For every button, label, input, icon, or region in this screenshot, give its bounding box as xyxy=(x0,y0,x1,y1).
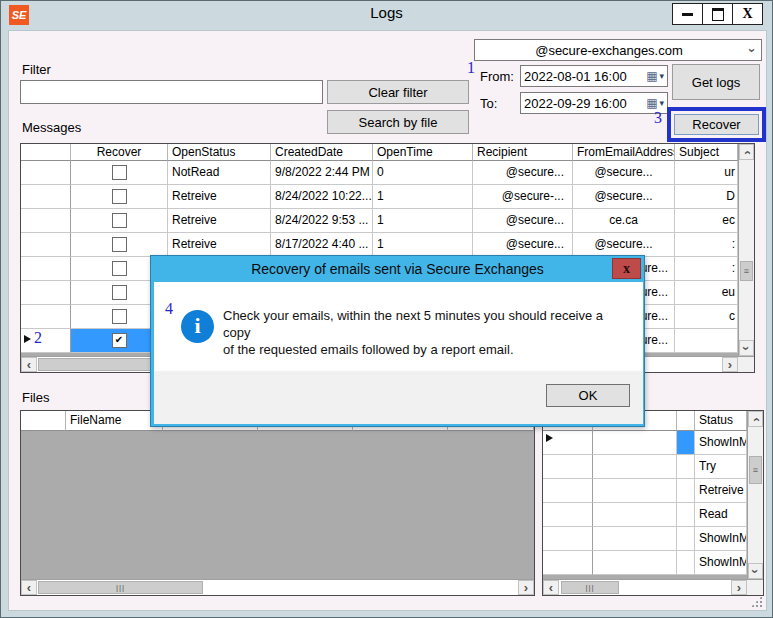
status-row-selected[interactable]: ShowInM xyxy=(543,431,763,455)
status-row[interactable]: Read xyxy=(543,503,763,527)
recover-checkbox[interactable] xyxy=(112,285,127,300)
column-header-fromemailaddress[interactable]: FromEmailAddress xyxy=(573,144,675,161)
client-area: @secure-exchanges.com › Filter Clear fil… xyxy=(8,30,767,611)
caret-down-icon[interactable]: ▾ xyxy=(659,71,664,81)
scroll-down-button[interactable]: › xyxy=(739,340,754,356)
corner-header-cell xyxy=(21,144,71,161)
recover-checkbox[interactable] xyxy=(112,165,127,180)
resize-grip-icon[interactable] xyxy=(751,596,762,607)
caret-down-icon[interactable]: ▾ xyxy=(659,98,664,108)
status-vertical-scrollbar[interactable]: › ≡ › xyxy=(747,411,763,579)
dialog-footer: OK xyxy=(154,371,643,424)
recover-checkbox[interactable] xyxy=(112,237,127,252)
column-header-opentime[interactable]: OpenTime xyxy=(373,144,473,161)
message-row[interactable]: Retreive 8/17/2022 4:40 ... 1 @secure...… xyxy=(21,233,754,257)
files-section-label: Files xyxy=(22,390,49,405)
scroll-down-button[interactable]: › xyxy=(748,563,763,579)
annotation-step-4: 4 xyxy=(165,300,173,318)
column-header-status[interactable]: Status xyxy=(695,411,747,431)
from-label: From: xyxy=(480,69,514,84)
calendar-icon[interactable]: ▦ xyxy=(646,69,657,83)
from-date-picker[interactable]: 2022-08-01 16:00 ▦ ▾ xyxy=(520,65,668,87)
column-header-empty xyxy=(677,411,695,431)
close-icon: X xyxy=(742,7,752,21)
search-by-file-button[interactable]: Search by file xyxy=(327,110,469,134)
ok-button[interactable]: OK xyxy=(546,384,630,407)
scrollbar-thumb[interactable]: ||| xyxy=(561,581,619,594)
recover-button[interactable]: Recover xyxy=(674,114,759,135)
calendar-icon[interactable]: ▦ xyxy=(646,96,657,110)
status-row[interactable]: ShowInM xyxy=(543,551,763,575)
message-row[interactable]: Retreive 8/24/2022 9:53 ... 1 @secure...… xyxy=(21,209,754,233)
scrollbar-thumb[interactable]: ≡ xyxy=(749,456,762,484)
dialog-close-button[interactable]: x xyxy=(612,258,641,279)
scrollbar-thumb[interactable]: ||| xyxy=(38,581,203,594)
scroll-right-button[interactable]: › xyxy=(518,580,534,595)
scroll-right-button[interactable]: › xyxy=(731,580,747,595)
recover-annotation-outline: Recover xyxy=(667,107,766,142)
messages-vertical-scrollbar[interactable]: › ≡ › xyxy=(738,144,754,356)
scrollbar-corner xyxy=(747,579,763,595)
filter-input[interactable] xyxy=(20,80,323,104)
maximize-button[interactable] xyxy=(702,4,732,24)
to-date-picker[interactable]: 2022-09-29 16:00 ▦ ▾ xyxy=(520,92,668,114)
domain-combobox-value: @secure-exchanges.com xyxy=(475,43,743,58)
column-header-recover[interactable]: Recover xyxy=(71,144,168,161)
message-row[interactable]: Retreive 8/24/2022 10:22... 1 @secure-..… xyxy=(21,185,754,209)
current-row-indicator xyxy=(24,335,31,343)
scroll-left-button[interactable]: ‹ xyxy=(21,357,37,372)
files-grid: FileName ‹ ||| › xyxy=(20,410,535,596)
recover-checkbox[interactable] xyxy=(112,261,127,276)
minimize-button[interactable] xyxy=(673,4,702,24)
scroll-up-button[interactable]: › xyxy=(739,144,754,160)
column-header-filename[interactable]: FileName xyxy=(66,411,163,431)
column-header-createddate[interactable]: CreatedDate xyxy=(271,144,373,161)
annotation-step-2: 2 xyxy=(34,329,42,346)
window-controls: X xyxy=(672,3,763,25)
get-logs-button[interactable]: Get logs xyxy=(672,64,760,100)
status-horizontal-scrollbar[interactable]: ‹ ||| › xyxy=(543,579,747,595)
to-label: To: xyxy=(480,96,497,111)
messages-section-label: Messages xyxy=(22,120,81,135)
dialog-body: 4 i Check your emails, within the next 5… xyxy=(154,282,643,371)
messages-grid-header: Recover OpenStatus CreatedDate OpenTime … xyxy=(21,144,754,161)
domain-combobox[interactable]: @secure-exchanges.com › xyxy=(474,39,762,61)
status-row[interactable]: Retreive xyxy=(543,479,763,503)
recover-checkbox[interactable] xyxy=(112,213,127,228)
message-row[interactable]: NotRead 9/8/2022 2:44 PM 0 @secure... @s… xyxy=(21,161,754,185)
current-row-indicator xyxy=(546,434,553,442)
scroll-left-button[interactable]: ‹ xyxy=(21,580,37,595)
recover-checkbox[interactable] xyxy=(112,189,127,204)
column-header-recipient[interactable]: Recipient xyxy=(473,144,573,161)
recover-checkbox-checked[interactable]: ✔ xyxy=(112,333,127,348)
scrollbar-corner xyxy=(738,356,754,372)
column-header-subject[interactable]: Subject xyxy=(675,144,738,161)
recovery-dialog: Recovery of emails sent via Secure Excha… xyxy=(150,255,645,427)
status-grid: Status ShowInM Try Retreive Read xyxy=(542,410,764,596)
annotation-step-1: 1 xyxy=(467,59,475,77)
status-row[interactable]: Try xyxy=(543,455,763,479)
dialog-title: Recovery of emails sent via Secure Excha… xyxy=(151,256,644,282)
close-button[interactable]: X xyxy=(732,4,762,24)
annotation-step-3: 3 xyxy=(654,109,662,127)
clear-filter-button[interactable]: Clear filter xyxy=(327,80,469,104)
scroll-left-button[interactable]: ‹ xyxy=(543,580,559,595)
status-row[interactable]: ShowInM xyxy=(543,527,763,551)
recover-checkbox[interactable] xyxy=(112,309,127,324)
minimize-icon xyxy=(682,13,693,16)
column-header-openstatus[interactable]: OpenStatus xyxy=(168,144,271,161)
scrollbar-thumb[interactable]: ≡ xyxy=(740,261,753,281)
scroll-right-button[interactable]: › xyxy=(722,357,738,372)
scroll-up-button[interactable]: › xyxy=(748,411,763,427)
files-horizontal-scrollbar[interactable]: ‹ ||| › xyxy=(21,579,534,595)
application-window: SE Logs X @secure-exchanges.com › Filter… xyxy=(0,0,773,618)
dialog-message: Check your emails, within the next 5 min… xyxy=(223,307,633,358)
info-icon: i xyxy=(181,310,214,343)
filter-label: Filter xyxy=(22,62,51,77)
maximize-icon xyxy=(712,8,724,21)
window-titlebar: SE Logs X xyxy=(1,1,772,29)
chevron-down-icon[interactable]: › xyxy=(743,43,761,58)
window-title: Logs xyxy=(1,4,772,21)
corner-header-cell xyxy=(21,411,66,431)
